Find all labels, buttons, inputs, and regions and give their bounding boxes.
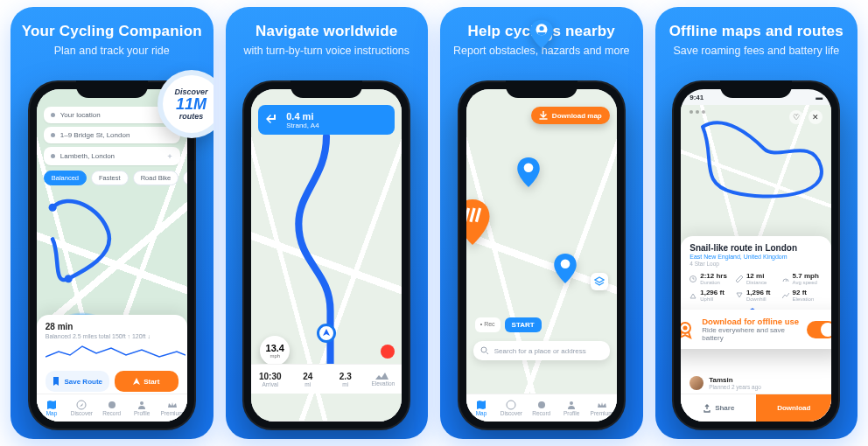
panel-subtitle: Save roaming fees and battery life — [673, 44, 839, 73]
image-carousel-dots[interactable] — [690, 110, 705, 114]
svg-point-6 — [140, 401, 144, 405]
tab-profile[interactable]: Profile — [127, 394, 157, 422]
svg-point-14 — [481, 347, 486, 352]
metric-value: 2.3 — [340, 372, 352, 381]
offline-toggle[interactable] — [807, 321, 831, 338]
search-bar[interactable]: Search for a place or address — [473, 341, 610, 360]
tab-record[interactable]: Record — [97, 394, 127, 422]
offline-subtitle: Ride everywhere and save battery — [702, 326, 800, 342]
medal-icon — [681, 320, 695, 339]
close-button[interactable]: ✕ — [808, 110, 822, 124]
map-canvas[interactable] — [466, 89, 617, 422]
badge-bottom: routes — [179, 112, 204, 121]
metric-total: 24mi — [289, 365, 326, 394]
search-icon — [480, 346, 489, 355]
start-route-button[interactable]: Start — [115, 371, 178, 392]
svg-point-16 — [538, 401, 545, 408]
tab-discover[interactable]: Discover — [496, 394, 526, 422]
start-label: Start — [144, 378, 159, 386]
route-title: Snail-like route in London — [690, 243, 822, 253]
notch — [720, 80, 792, 98]
download-map-callout[interactable]: Download map — [531, 107, 610, 124]
phone-mock-4: 9:41 ▬ ♡ ✕ Snail-like route in London Ea… — [672, 80, 840, 430]
metric-label: mi — [342, 381, 348, 387]
turn-street: Strand, A4 — [286, 122, 318, 129]
panel-title: Your Cycling Companion — [22, 23, 202, 40]
down-icon — [736, 292, 743, 299]
download-icon — [539, 111, 548, 120]
stat-duration: 2:12 hrsDuration — [690, 272, 731, 285]
promo-panel-1: Your Cycling Companion Plan and track yo… — [10, 7, 214, 439]
notch — [290, 80, 362, 98]
svg-point-5 — [108, 401, 116, 408]
tab-record-label: Record — [102, 410, 121, 416]
avatar — [690, 376, 704, 390]
elev-icon — [375, 372, 391, 380]
pin-hazard-blue[interactable] — [517, 157, 540, 187]
share-label: Share — [715, 404, 734, 412]
up-icon — [690, 292, 696, 299]
chip-roadbike[interactable]: Road Bike — [133, 171, 179, 185]
route-detail-sheet[interactable]: Snail-like route in London East New Engl… — [681, 236, 831, 422]
share-button[interactable]: Share — [681, 394, 756, 422]
author-name: Tamsin — [709, 376, 761, 384]
promo-panel-3: Help cyclists nearby Report obstacles, h… — [440, 7, 643, 439]
stat-value: 5.7 mph — [793, 272, 819, 280]
tab-discover[interactable]: Discover — [66, 394, 96, 422]
record-icon — [107, 400, 117, 410]
route-byline: 4 Star Loop — [690, 261, 822, 267]
tab-map[interactable]: Map — [37, 394, 66, 422]
ruler-icon — [736, 275, 743, 282]
input-destination[interactable]: Lambeth, London＋ — [44, 147, 180, 165]
route-polyline — [37, 177, 187, 325]
input-origin-text: Your location — [60, 111, 101, 119]
phone-mock-2: 9:41 ▬ 0.4 mi Strand, A4 — [242, 80, 410, 430]
chip-balanced[interactable]: Balanced — [44, 171, 87, 185]
quick-start: • Rec START — [475, 317, 542, 332]
tab-profile[interactable]: Profile — [556, 394, 586, 422]
layers-button[interactable] — [591, 273, 608, 290]
record-icon — [536, 400, 547, 410]
panel-title: Navigate worldwide — [256, 23, 397, 40]
metric-label: mi — [304, 381, 311, 387]
share-icon — [703, 404, 711, 413]
svg-point-9 — [523, 163, 533, 172]
tab-premium[interactable]: Premium — [586, 394, 616, 422]
download-button[interactable]: Download — [756, 394, 831, 422]
turn-instruction-bar[interactable]: 0.4 mi Strand, A4 — [258, 105, 395, 135]
pin-roadworks-orange[interactable] — [466, 199, 491, 245]
metric-label: Arrival — [262, 381, 278, 387]
author-meta: Planned 2 years ago — [709, 384, 761, 390]
stat-value: 1,296 ft — [700, 289, 724, 296]
stat-label: Distance — [746, 280, 766, 285]
start-button[interactable]: START — [505, 317, 542, 332]
elev-icon — [782, 292, 789, 299]
favorite-button[interactable]: ♡ — [789, 110, 803, 124]
compass-icon — [506, 400, 516, 410]
phone-mock-3: 9:41 ▬ Download map • Rec START — [458, 80, 626, 430]
turn-left-icon — [265, 113, 279, 127]
stat-value: 1,296 ft — [746, 289, 771, 296]
screenshot-gallery: Your Cycling Companion Plan and track yo… — [0, 0, 868, 446]
tab-map[interactable]: Map — [466, 394, 496, 422]
metric-arrival: 10:30Arrival — [251, 365, 289, 394]
save-route-button[interactable]: Save Route — [46, 371, 109, 392]
chip-fastest[interactable]: Fastest — [91, 171, 129, 185]
bookmark-icon — [52, 377, 60, 386]
phone-mock-1: 9:41 Your location 1–9 Bridge St, London… — [28, 80, 196, 430]
tab-bar: Map Discover Record Profile Premium — [37, 394, 187, 422]
offline-download-card[interactable]: Download for offline use Ride everywhere… — [681, 310, 831, 349]
input-via[interactable]: 1–9 Bridge St, London — [44, 127, 180, 143]
stat-distance: 12 miDistance — [736, 272, 777, 285]
rec-chip[interactable]: • Rec — [475, 317, 500, 332]
crown-icon — [167, 400, 178, 410]
pin-hazard-blue[interactable] — [554, 254, 577, 283]
notch — [76, 80, 148, 98]
tab-record[interactable]: Record — [527, 394, 556, 422]
route-stats: 2:12 hrsDuration 12 miDistance 5.7 mphAv… — [690, 272, 822, 302]
search-placeholder: Search for a place or address — [494, 347, 586, 355]
tab-premium[interactable]: Premium — [157, 394, 186, 422]
route-author[interactable]: Tamsin Planned 2 years ago — [690, 376, 761, 390]
add-stop-icon[interactable]: ＋ — [166, 151, 173, 161]
tab-profile-label: Profile — [564, 410, 579, 416]
